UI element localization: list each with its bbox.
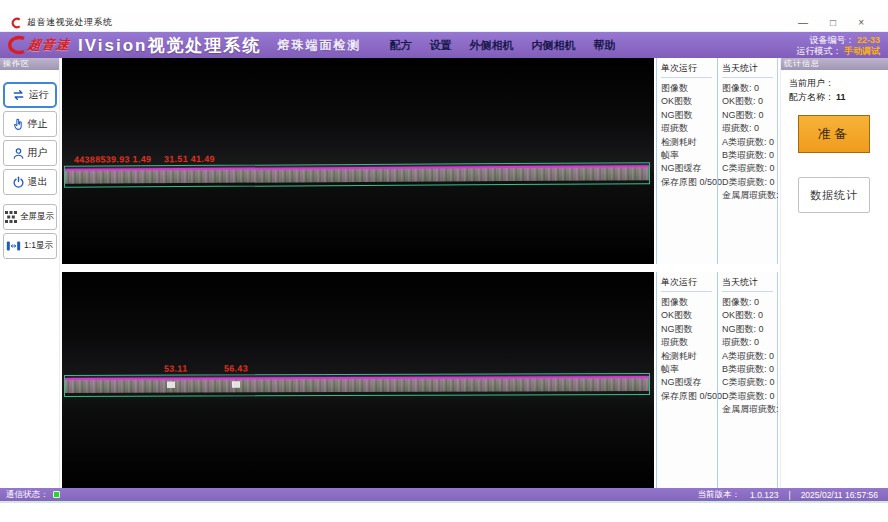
window-title: 超音速视觉处理系统 — [27, 16, 113, 29]
measurement-annotation: 44388539.93 1.49 — [74, 154, 151, 164]
stat-row: NG图缓存 — [661, 162, 717, 175]
single-run-column: 单次运行 图像数 OK图数 NG图数 瑕疵数 检测耗时 帧率 NG图缓存 保存原… — [656, 272, 717, 488]
stat-row: D类瑕疵数: 0 — [722, 176, 778, 189]
fullscreen-grid-icon — [5, 211, 17, 223]
app-subtitle: 熔珠端面检测 — [277, 37, 361, 54]
exit-button-label: 退出 — [28, 175, 48, 189]
user-button-label: 用户 — [28, 146, 48, 160]
stat-row: 检测耗时 — [661, 136, 717, 149]
minimize-button[interactable]: — — [798, 18, 808, 28]
close-button[interactable]: × — [858, 18, 864, 28]
brand-logo: 超音速 — [4, 35, 70, 55]
stat-row: OK图数: 0 — [722, 95, 778, 108]
one-to-one-icon — [6, 240, 21, 252]
stat-row: B类瑕疵数: 0 — [722, 149, 778, 162]
stat-row: OK图数: 0 — [722, 309, 778, 322]
stat-row: 瑕疵数 — [661, 336, 717, 349]
os-title-bar: 超音速视觉处理系统 — □ × — [0, 14, 888, 32]
statistics-info-header: 统计信息 — [781, 58, 888, 70]
menu-item-settings[interactable]: 设置 — [429, 38, 451, 53]
stat-row: NG图缓存 — [661, 376, 717, 389]
stats-panel-inner: 单次运行 图像数 OK图数 NG图数 瑕疵数 检测耗时 帧率 NG图缓存 保存原… — [656, 272, 778, 488]
device-number-label: 设备编号： — [809, 35, 854, 45]
stat-row: 检测耗时 — [661, 350, 717, 363]
stat-row: 图像数: 0 — [722, 296, 778, 309]
single-run-column: 单次运行 图像数 OK图数 NG图数 瑕疵数 检测耗时 帧率 NG图缓存 保存原… — [656, 58, 717, 264]
outer-camera-image-view[interactable]: 44388539.93 1.49 31.51 41.49 — [62, 58, 654, 264]
detection-overlay: 53.11 56.43 — [64, 373, 650, 397]
stop-hand-icon — [12, 118, 25, 131]
stat-row: NG图数: 0 — [722, 109, 778, 122]
stat-row: 图像数 — [661, 82, 717, 95]
operation-buttons: 运行 停止 用户 退出 — [0, 70, 59, 262]
stat-row: NG图数: 0 — [722, 323, 778, 336]
today-stats-header: 当天统计 — [722, 62, 773, 78]
run-button-label: 运行 — [29, 88, 49, 102]
stat-row: B类瑕疵数: 0 — [722, 363, 778, 376]
operation-area-header: 操作区 — [0, 58, 59, 70]
stat-row: 帧率 — [661, 363, 717, 376]
status-bar-accent-line — [0, 501, 888, 503]
stat-row: OK图数 — [661, 95, 717, 108]
app-header: 超音速 IVision视觉处理系统 熔珠端面检测 配方 设置 外侧相机 内侧相机… — [0, 32, 888, 58]
single-run-header: 单次运行 — [661, 62, 712, 78]
stat-row: C类瑕疵数: 0 — [722, 162, 778, 175]
run-cycle-icon — [11, 89, 26, 101]
statistics-info-body: 当前用户： 配方名称：11 — [781, 70, 888, 104]
operation-sidebar: 操作区 运行 停止 用户 — [0, 58, 60, 488]
comm-status-label: 通信状态： — [6, 489, 49, 501]
today-stats-column: 当天统计 图像数: 0 OK图数: 0 NG图数: 0 瑕疵数: 0 A类瑕疵数… — [717, 272, 778, 488]
app-window: 超音速视觉处理系统 — □ × 超音速 IVision视觉处理系统 熔珠端面检测… — [0, 0, 888, 522]
inner-camera-image-view[interactable]: 53.11 56.43 — [62, 272, 654, 488]
device-number-value: 22-33 — [857, 35, 880, 45]
stat-row: 图像数: 0 — [722, 82, 778, 95]
stat-row: OK图数 — [661, 309, 717, 322]
run-button[interactable]: 运行 — [3, 82, 57, 108]
stat-row: NG图数 — [661, 323, 717, 336]
menu-item-help[interactable]: 帮助 — [593, 38, 615, 53]
fullscreen-button-label: 全屏显示 — [20, 211, 54, 223]
one-to-one-button[interactable]: 1:1显示 — [3, 233, 57, 259]
stat-row: 瑕疵数 — [661, 122, 717, 135]
menu-item-inner-camera[interactable]: 内侧相机 — [531, 38, 575, 53]
run-mode-value: 手动调试 — [844, 46, 880, 56]
defect-marker — [232, 381, 240, 387]
one-to-one-button-label: 1:1显示 — [24, 240, 53, 252]
measurement-annotation: 56.43 — [224, 363, 248, 373]
stat-row: A类瑕疵数: 0 — [722, 350, 778, 363]
stats-panel-outer: 单次运行 图像数 OK图数 NG图数 瑕疵数 检测耗时 帧率 NG图缓存 保存原… — [656, 58, 778, 264]
stop-button[interactable]: 停止 — [3, 111, 57, 137]
measurement-annotation: 31.51 41.49 — [164, 154, 215, 164]
user-button[interactable]: 用户 — [3, 140, 57, 166]
stat-row: 金属屑瑕疵数: 0 — [722, 403, 778, 416]
menu-bar: 配方 设置 外侧相机 内侧相机 帮助 — [389, 38, 615, 53]
menu-item-outer-camera[interactable]: 外侧相机 — [469, 38, 513, 53]
stat-row: NG图数 — [661, 109, 717, 122]
detection-overlay: 44388539.93 1.49 31.51 41.49 — [64, 162, 650, 188]
measurement-annotation: 53.11 — [164, 364, 188, 374]
run-mode-label: 运行模式： — [796, 46, 841, 56]
stat-row: 保存原图 0/500 — [661, 390, 717, 403]
stat-row: 保存原图 0/500 — [661, 176, 717, 189]
comm-status-indicator — [53, 491, 60, 498]
current-user-label: 当前用户： — [789, 78, 834, 88]
stat-row: 金属屑瑕疵数: 0 — [722, 189, 778, 202]
fullscreen-button[interactable]: 全屏显示 — [3, 204, 57, 230]
brand-swoosh-icon — [4, 35, 28, 55]
device-info: 设备编号： 22-33 运行模式： 手动调试 — [796, 34, 880, 57]
prepare-button[interactable]: 准备 — [798, 115, 870, 153]
data-statistics-button[interactable]: 数据统计 — [798, 177, 870, 213]
app-logo-icon — [10, 17, 22, 29]
app-title: IVision视觉处理系统 — [78, 34, 261, 57]
stat-row: C类瑕疵数: 0 — [722, 376, 778, 389]
single-run-header: 单次运行 — [661, 276, 712, 292]
maximize-button[interactable]: □ — [830, 18, 836, 28]
status-separator: | — [788, 490, 790, 500]
exit-button[interactable]: 退出 — [3, 169, 57, 195]
brand-name: 超音速 — [27, 36, 72, 54]
window-controls: — □ × — [798, 18, 878, 28]
recipe-name-value: 11 — [836, 92, 846, 102]
stat-row: 帧率 — [661, 149, 717, 162]
menu-item-recipe[interactable]: 配方 — [389, 38, 411, 53]
stop-button-label: 停止 — [28, 117, 48, 131]
